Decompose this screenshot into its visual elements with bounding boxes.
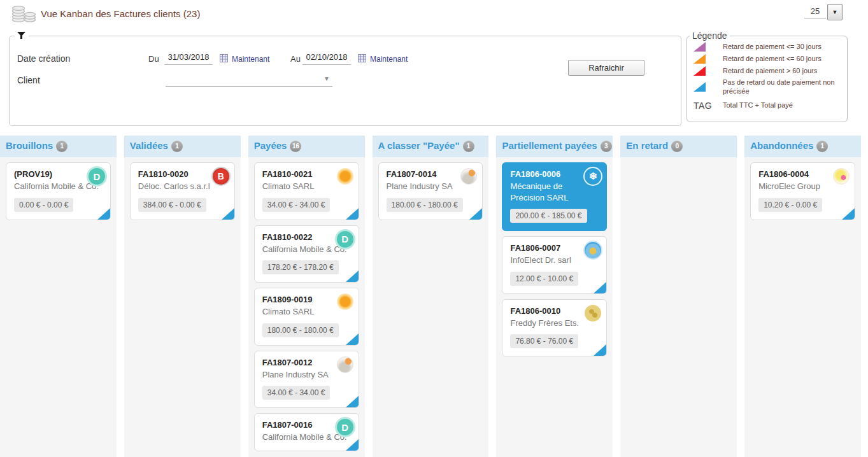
column-body: FA1810-0021 Climato SARL 34.00 € - 34.00… xyxy=(248,157,365,457)
initial-d-avatar-icon: D xyxy=(337,419,353,435)
date-from-label: Du xyxy=(148,54,159,64)
column-count-badge: 3 xyxy=(601,141,612,152)
corner-triangle-icon xyxy=(842,208,855,220)
initial-b-avatar-icon: B xyxy=(213,168,229,185)
legend-item-label: Retard de paiement > 60 jours xyxy=(723,67,842,76)
card-company: Freddy Frères Ets. xyxy=(510,318,599,329)
invoice-card[interactable]: FA1809-0019 Climato SARL 180.00 € - 180.… xyxy=(254,288,359,346)
refresh-button[interactable]: Rafraichir xyxy=(568,60,644,76)
late-lte-30-triangle-icon xyxy=(694,42,706,52)
legend-tag-desc: Total TTC + Total payé xyxy=(723,101,842,110)
card-amount-tag: 34.00 € - 34.00 € xyxy=(262,386,331,400)
chevron-down-icon: ▼ xyxy=(832,9,838,15)
late-lte-60-triangle-icon xyxy=(694,54,706,64)
card-amount-tag: 180.00 € - 180.00 € xyxy=(387,198,463,212)
column-count-badge: 0 xyxy=(671,141,683,152)
sun-logo-avatar-icon xyxy=(337,293,353,310)
corner-triangle-icon xyxy=(346,439,359,451)
corner-triangle-icon xyxy=(594,344,606,356)
snowflake-logo-avatar-icon: ❄ xyxy=(585,168,601,185)
invoice-card[interactable]: FA1810-0021 Climato SARL 34.00 € - 34.00… xyxy=(254,162,359,220)
card-amount-tag: 10.20 € - 0.00 € xyxy=(758,198,822,212)
card-company: Climato SARL xyxy=(262,306,351,318)
invoice-card[interactable]: FA1806-0010 Freddy Frères Ets. 76.80 € -… xyxy=(502,299,607,357)
column-body: FA1807-0014 Plane Industry SA 180.00 € -… xyxy=(373,157,489,457)
late-gt-60-triangle-icon xyxy=(694,66,706,76)
card-amount-tag: 34.00 € - 34.00 € xyxy=(262,198,331,212)
kanban-board: Brouillons1 (PROV19) D California Mobile… xyxy=(0,136,868,457)
legend-item: Retard de paiement <= 60 jours xyxy=(687,53,847,65)
column-count-badge: 1 xyxy=(171,141,183,152)
card-company: Plane Industry SA xyxy=(262,369,351,381)
now-link-to[interactable]: Maintenant xyxy=(370,55,408,64)
corner-triangle-icon xyxy=(346,208,359,220)
corner-triangle-icon xyxy=(346,334,359,345)
column-count-badge: 1 xyxy=(816,141,828,152)
card-company: MicroElec Group xyxy=(758,181,847,192)
legend-title: Légende xyxy=(690,31,730,41)
corner-triangle-icon xyxy=(97,208,110,220)
corner-triangle-icon xyxy=(346,396,359,407)
column-header: En retard0 xyxy=(620,136,737,157)
client-label: Client xyxy=(17,75,40,85)
column-body: FA1806-0004 MicroElec Group 10.20 € - 0.… xyxy=(744,157,861,457)
column-count-badge: 1 xyxy=(56,141,68,152)
invoice-card[interactable]: FA1810-0020 B Déloc. Carlos s.a.r.l 384.… xyxy=(130,162,235,220)
legend-item: TAG Total TTC + Total payé xyxy=(687,99,847,112)
column-body xyxy=(620,157,737,457)
column-title: A classer "Payée" xyxy=(378,140,460,151)
corner-triangle-icon xyxy=(222,208,234,220)
card-company: Climato SARL xyxy=(262,181,351,192)
legend-item: Retard de paiement > 60 jours xyxy=(687,65,847,77)
card-company: California Mobile & Co. xyxy=(262,244,351,255)
invoice-card[interactable]: (PROV19) D California Mobile & Co. 0.00 … xyxy=(6,162,111,220)
filter-funnel-icon xyxy=(17,32,26,41)
page-size-value[interactable]: 25 xyxy=(804,4,826,18)
column-count-badge: 16 xyxy=(290,141,301,152)
column-header: Payées16 xyxy=(248,136,365,157)
invoice-card[interactable]: FA1806-0004 MicroElec Group 10.20 € - 0.… xyxy=(750,162,855,220)
column-body: FA1810-0020 B Déloc. Carlos s.a.r.l 384.… xyxy=(124,157,241,457)
kanban-column: En retard0 xyxy=(620,136,737,457)
corner-triangle-icon xyxy=(594,282,606,293)
card-amount-tag: 180.00 € - 180.00 € xyxy=(262,323,339,337)
column-title: Payées xyxy=(254,140,287,151)
card-amount-tag: 76.80 € - 76.00 € xyxy=(510,334,578,348)
no-late-triangle-icon xyxy=(694,82,706,92)
column-count-badge: 1 xyxy=(463,141,474,152)
column-header: Brouillons1 xyxy=(0,136,117,157)
legend-item-label: Retard de paiement <= 30 jours xyxy=(723,43,842,52)
card-amount-tag: 0.00 € - 0.00 € xyxy=(14,198,73,212)
column-title: Validées xyxy=(130,140,168,151)
caret-down-icon: ▼ xyxy=(324,75,330,82)
invoice-card[interactable]: FA1806-0007 InfoElect Dr. sarl 12.00 € -… xyxy=(502,236,607,294)
corner-triangle-icon xyxy=(594,219,606,230)
page-title: Vue Kanban des Factures clients (23) xyxy=(41,8,200,19)
invoice-card[interactable]: FA1807-0014 Plane Industry SA 180.00 € -… xyxy=(378,162,483,220)
initial-d-avatar-icon: D xyxy=(337,231,353,248)
calendar-icon[interactable] xyxy=(220,54,228,64)
invoice-card[interactable]: FA1806-0006 ❄ Mécanique de Précision SAR… xyxy=(502,162,607,231)
invoice-card[interactable]: FA1807-0016 D California Mobile & Co. xyxy=(254,413,359,451)
column-title: En retard xyxy=(626,140,668,151)
page-size-select[interactable]: 25 ▼ xyxy=(804,4,843,20)
kanban-column: Abandonnées1 FA1806-0004 MicroElec Group… xyxy=(744,136,861,457)
column-title: Partiellement payées xyxy=(502,140,597,151)
column-header: Partiellement payées3 xyxy=(496,136,613,157)
kanban-column: Payées16 FA1810-0021 Climato SARL 34.00 … xyxy=(248,136,365,457)
card-company: InfoElect Dr. sarl xyxy=(510,255,599,266)
invoice-card[interactable]: FA1810-0022 D California Mobile & Co. 17… xyxy=(254,225,359,283)
corner-triangle-icon xyxy=(346,271,359,282)
card-company: California Mobile & Co. xyxy=(14,181,103,192)
date-to-input[interactable]: 02/10/2018 xyxy=(302,52,351,65)
date-from-input[interactable]: 31/03/2018 xyxy=(164,52,213,65)
client-select[interactable]: ▼ xyxy=(166,71,332,87)
invoice-card[interactable]: FA1807-0012 Plane Industry SA 34.00 € - … xyxy=(254,351,359,409)
calendar-icon[interactable] xyxy=(358,54,366,64)
column-header: A classer "Payée"1 xyxy=(373,136,489,157)
page-size-dropdown-button[interactable]: ▼ xyxy=(827,4,843,20)
corner-triangle-icon xyxy=(469,208,482,220)
column-title: Brouillons xyxy=(6,140,53,151)
date-creation-label: Date création xyxy=(17,53,70,64)
now-link-from[interactable]: Maintenant xyxy=(232,55,269,64)
